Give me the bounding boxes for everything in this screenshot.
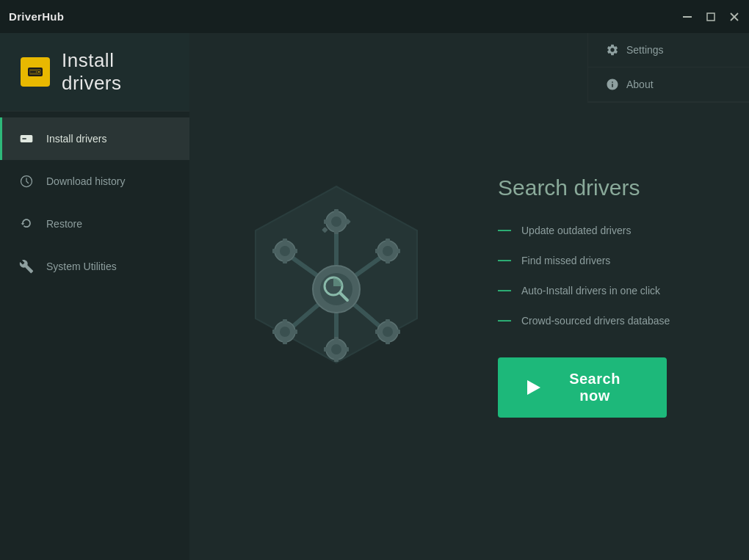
svg-rect-1 bbox=[707, 13, 714, 21]
about-button[interactable]: About bbox=[588, 68, 749, 102]
feature-text-1: Update outdated drivers bbox=[521, 225, 631, 236]
sidebar-item-install-drivers[interactable]: Install drivers bbox=[0, 117, 189, 160]
minimize-button[interactable] bbox=[681, 11, 693, 23]
feature-dash-3: — bbox=[498, 283, 511, 298]
page-title: Install drivers bbox=[62, 49, 169, 95]
svg-rect-41 bbox=[386, 319, 390, 324]
feature-item-2: — Find missed drivers bbox=[498, 252, 720, 268]
svg-rect-61 bbox=[293, 249, 297, 253]
system-utilities-icon bbox=[18, 258, 35, 274]
svg-rect-37 bbox=[396, 249, 400, 253]
svg-rect-44 bbox=[375, 330, 380, 334]
play-icon bbox=[527, 380, 540, 395]
feature-item-4: — Crowd-sourced drivers database bbox=[498, 313, 720, 328]
about-label: About bbox=[626, 79, 654, 90]
feature-text-3: Auto-Install drivers in one click bbox=[521, 285, 660, 297]
feature-item-3: — Auto-Install drivers in one click bbox=[498, 283, 720, 298]
top-actions: Settings About bbox=[587, 33, 749, 103]
svg-rect-62 bbox=[272, 249, 277, 253]
svg-rect-49 bbox=[344, 347, 349, 352]
sidebar-item-label: System Utilities bbox=[46, 261, 117, 272]
svg-rect-36 bbox=[386, 259, 390, 263]
sidebar-item-label: Restore bbox=[46, 218, 82, 230]
close-button[interactable] bbox=[728, 11, 740, 23]
feature-dash-2: — bbox=[498, 252, 511, 268]
feature-text-2: Find missed drivers bbox=[521, 255, 610, 266]
svg-rect-35 bbox=[386, 239, 390, 243]
settings-label: Settings bbox=[626, 44, 664, 56]
svg-rect-60 bbox=[283, 259, 287, 263]
restore-icon bbox=[18, 216, 35, 232]
feature-item-1: — Update outdated drivers bbox=[498, 222, 720, 238]
svg-rect-55 bbox=[293, 330, 297, 334]
gear-icon bbox=[606, 43, 619, 57]
svg-rect-28 bbox=[334, 230, 339, 234]
svg-rect-59 bbox=[283, 239, 287, 243]
info-icon bbox=[606, 78, 619, 91]
app-title: DriverHub bbox=[9, 10, 64, 23]
svg-rect-50 bbox=[324, 347, 328, 352]
svg-point-40 bbox=[383, 327, 393, 337]
main-content: Search drivers — Update outdated drivers… bbox=[189, 33, 749, 560]
content-area: Settings About bbox=[189, 33, 749, 560]
feature-dash-1: — bbox=[498, 222, 511, 238]
right-panel: Search drivers — Update outdated drivers… bbox=[483, 175, 720, 418]
svg-rect-53 bbox=[283, 319, 287, 324]
search-now-button[interactable]: Search now bbox=[498, 357, 667, 418]
svg-rect-27 bbox=[334, 209, 339, 214]
svg-point-7 bbox=[38, 71, 40, 73]
svg-rect-12 bbox=[22, 138, 26, 139]
app-logo-icon bbox=[21, 57, 50, 87]
titlebar: DriverHub bbox=[0, 0, 749, 33]
sidebar-item-system-utilities[interactable]: System Utilities bbox=[0, 245, 189, 288]
svg-rect-47 bbox=[334, 337, 339, 341]
settings-button[interactable]: Settings bbox=[588, 33, 749, 68]
window-controls bbox=[681, 11, 740, 23]
sidebar: Install drivers Install drivers bbox=[0, 33, 189, 560]
download-history-icon bbox=[18, 173, 35, 189]
svg-point-46 bbox=[331, 344, 341, 354]
maximize-button[interactable] bbox=[705, 11, 717, 23]
svg-rect-48 bbox=[334, 357, 339, 362]
header-area: Install drivers bbox=[0, 33, 189, 112]
main-layout: Install drivers Install drivers bbox=[0, 33, 749, 560]
svg-rect-54 bbox=[283, 340, 287, 344]
svg-rect-38 bbox=[375, 249, 380, 253]
feature-dash-4: — bbox=[498, 313, 511, 328]
sidebar-item-label: Install drivers bbox=[46, 133, 106, 145]
install-drivers-icon bbox=[18, 131, 35, 147]
svg-rect-8 bbox=[30, 71, 36, 73]
sidebar-item-download-history[interactable]: Download history bbox=[0, 160, 189, 203]
search-now-label: Search now bbox=[552, 371, 637, 404]
svg-point-52 bbox=[280, 327, 290, 337]
sidebar-item-label: Download history bbox=[46, 175, 125, 187]
svg-rect-42 bbox=[386, 340, 390, 344]
sidebar-item-restore[interactable]: Restore bbox=[0, 203, 189, 245]
driver-illustration bbox=[219, 157, 454, 436]
svg-rect-43 bbox=[396, 330, 400, 334]
feature-text-4: Crowd-sourced drivers database bbox=[521, 315, 670, 327]
svg-rect-0 bbox=[683, 16, 692, 18]
svg-point-26 bbox=[331, 217, 341, 227]
svg-rect-30 bbox=[324, 219, 328, 224]
nav-items: Install drivers Download history Re bbox=[0, 112, 189, 288]
svg-point-11 bbox=[29, 137, 31, 139]
svg-rect-56 bbox=[272, 330, 277, 334]
svg-point-34 bbox=[383, 246, 393, 256]
search-drivers-heading: Search drivers bbox=[498, 175, 720, 200]
svg-point-58 bbox=[280, 246, 290, 256]
